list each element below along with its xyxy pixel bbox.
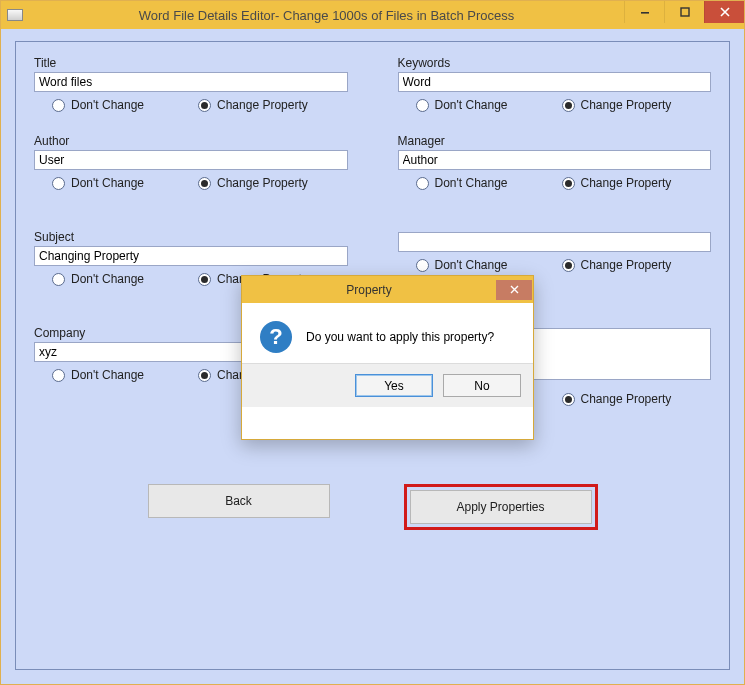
radio-label: Don't Change <box>71 272 144 286</box>
close-icon <box>510 285 519 294</box>
category-input[interactable] <box>398 232 712 252</box>
title-dont-change-radio[interactable]: Don't Change <box>52 98 144 112</box>
manager-label: Manager <box>398 134 712 148</box>
subject-input[interactable] <box>34 246 348 266</box>
radio-label: Change Property <box>581 98 672 112</box>
radio-label: Change Property <box>217 98 308 112</box>
back-button-label: Back <box>225 494 252 508</box>
manager-field: Manager Don't Change Change Property <box>398 134 712 190</box>
radio-label: Change Property <box>581 176 672 190</box>
subject-dont-change-radio[interactable]: Don't Change <box>52 272 144 286</box>
author-input[interactable] <box>34 150 348 170</box>
minimize-button[interactable] <box>624 1 664 23</box>
company-dont-change-radio[interactable]: Don't Change <box>52 368 144 382</box>
radio-label: Don't Change <box>435 98 508 112</box>
property-dialog: Property ? Do you want to apply this pro… <box>241 275 534 440</box>
apply-highlight: Apply Properties <box>404 484 598 530</box>
author-change-property-radio[interactable]: Change Property <box>198 176 308 190</box>
radio-label: Don't Change <box>435 176 508 190</box>
close-button[interactable] <box>704 1 744 23</box>
dialog-yes-button[interactable]: Yes <box>355 374 433 397</box>
close-icon <box>720 7 730 17</box>
keywords-dont-change-radio[interactable]: Don't Change <box>416 98 508 112</box>
window-buttons <box>624 1 744 29</box>
yes-label: Yes <box>384 379 404 393</box>
keywords-input[interactable] <box>398 72 712 92</box>
app-icon <box>7 9 23 21</box>
dialog-titlebar: Property <box>242 276 533 303</box>
manager-input[interactable] <box>398 150 712 170</box>
manager-change-property-radio[interactable]: Change Property <box>562 176 672 190</box>
button-row: Back Apply Properties <box>34 484 711 530</box>
dialog-title: Property <box>242 283 496 297</box>
window-title: Word File Details Editor- Change 1000s o… <box>29 8 624 23</box>
main-window: Word File Details Editor- Change 1000s o… <box>0 0 745 685</box>
maximize-icon <box>680 7 690 17</box>
svg-rect-1 <box>681 8 689 16</box>
radio-label: Don't Change <box>435 258 508 272</box>
category-dont-change-radio[interactable]: Don't Change <box>416 258 508 272</box>
apply-button-label: Apply Properties <box>456 500 544 514</box>
keywords-label: Keywords <box>398 56 712 70</box>
subject-label: Subject <box>34 230 348 244</box>
title-input[interactable] <box>34 72 348 92</box>
title-field: Title Don't Change Change Property <box>34 56 348 112</box>
title-change-property-radio[interactable]: Change Property <box>198 98 308 112</box>
category-change-property-radio[interactable]: Change Property <box>562 258 672 272</box>
manager-dont-change-radio[interactable]: Don't Change <box>416 176 508 190</box>
radio-label: Change Property <box>581 392 672 406</box>
author-label: Author <box>34 134 348 148</box>
question-icon: ? <box>260 321 292 353</box>
author-dont-change-radio[interactable]: Don't Change <box>52 176 144 190</box>
dialog-button-row: Yes No <box>242 363 533 407</box>
keywords-change-property-radio[interactable]: Change Property <box>562 98 672 112</box>
minimize-icon <box>640 7 650 17</box>
dialog-no-button[interactable]: No <box>443 374 521 397</box>
title-label: Title <box>34 56 348 70</box>
apply-properties-button[interactable]: Apply Properties <box>410 490 592 524</box>
radio-label: Change Property <box>581 258 672 272</box>
dialog-message: Do you want to apply this property? <box>306 330 494 344</box>
radio-label: Don't Change <box>71 176 144 190</box>
comments-change-property-radio[interactable]: Change Property <box>562 392 672 406</box>
back-button[interactable]: Back <box>148 484 330 518</box>
radio-label: Don't Change <box>71 368 144 382</box>
titlebar: Word File Details Editor- Change 1000s o… <box>1 1 744 29</box>
keywords-field: Keywords Don't Change Change Property <box>398 56 712 112</box>
radio-label: Don't Change <box>71 98 144 112</box>
no-label: No <box>474 379 489 393</box>
radio-label: Change Property <box>217 176 308 190</box>
maximize-button[interactable] <box>664 1 704 23</box>
author-field: Author Don't Change Change Property <box>34 134 348 190</box>
svg-rect-0 <box>641 12 649 14</box>
dialog-body: ? Do you want to apply this property? <box>242 303 533 363</box>
dialog-close-button[interactable] <box>496 280 532 300</box>
